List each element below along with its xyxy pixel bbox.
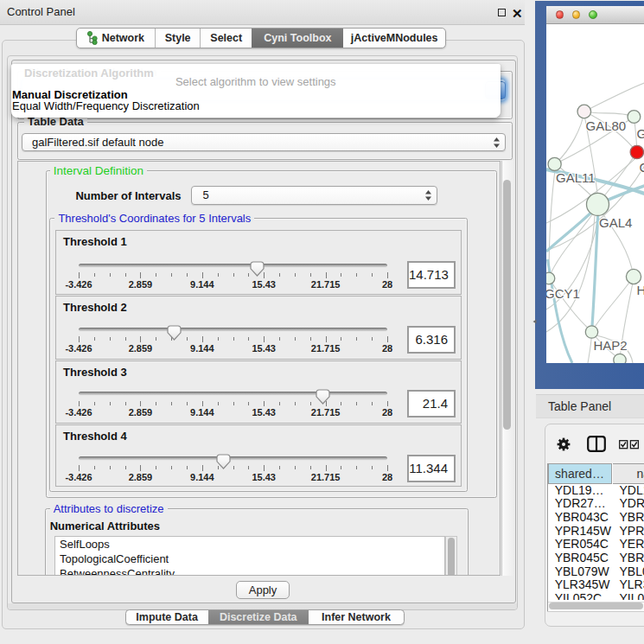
svg-text:C: C <box>639 160 644 175</box>
svg-text:GAL11: GAL11 <box>556 170 596 185</box>
svg-text:HAP2: HAP2 <box>593 338 627 353</box>
svg-text:GAL80: GAL80 <box>585 118 626 133</box>
svg-text:GAL4: GAL4 <box>599 215 632 230</box>
svg-text:H: H <box>636 283 644 297</box>
svg-text:GCY1: GCY1 <box>546 286 580 301</box>
svg-text:GA: GA <box>636 126 644 141</box>
